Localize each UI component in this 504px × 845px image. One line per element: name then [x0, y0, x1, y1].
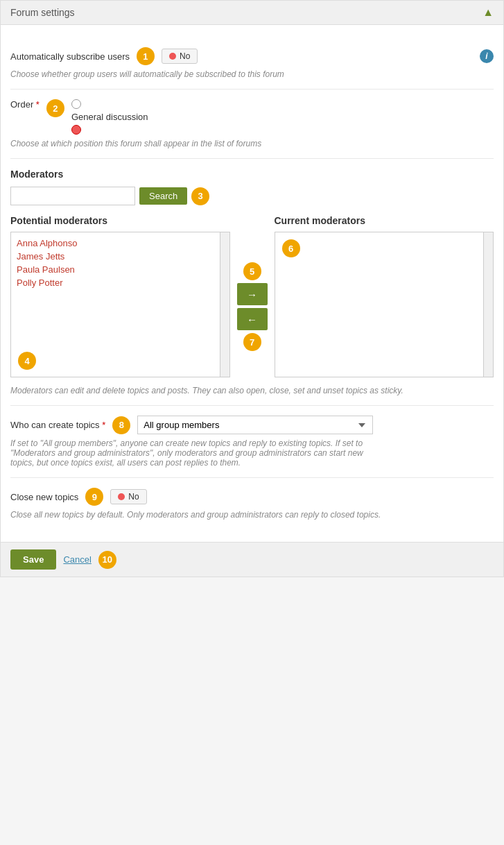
- who-create-help1: If set to "All group members", anyone ca…: [10, 438, 494, 468]
- close-topics-row: Close new topics 9 No Close all new topi…: [10, 478, 494, 529]
- who-create-required: *: [102, 420, 105, 430]
- auto-subscribe-label: Automatically subscribe users: [10, 51, 130, 62]
- collapse-icon[interactable]: ▲: [483, 6, 494, 19]
- step-badge-7: 7: [243, 333, 261, 351]
- auto-subscribe-field: Automatically subscribe users 1 No i: [10, 47, 494, 65]
- order-field: Order * 2 General discussion: [10, 99, 494, 135]
- current-moderators-panel: Current moderators 6: [275, 215, 494, 377]
- section-title: Forum settings: [10, 7, 75, 18]
- potential-scrollbar[interactable]: [220, 232, 229, 377]
- section-header: Forum settings ▲: [1, 1, 503, 25]
- list-item[interactable]: Polly Potter: [14, 276, 227, 289]
- moderators-grid: Potential moderators Anna AlphonsoJames …: [10, 215, 494, 377]
- current-list: [275, 232, 494, 371]
- potential-title: Potential moderators: [10, 215, 230, 226]
- auto-subscribe-toggle[interactable]: No: [162, 49, 198, 64]
- who-create-select[interactable]: All group membersModerators and group ad…: [137, 416, 373, 434]
- moderators-row: Moderators Search 3 Potential moderators: [10, 159, 494, 406]
- info-icon[interactable]: i: [480, 49, 494, 63]
- close-topics-field: Close new topics 9 No: [10, 488, 494, 506]
- step-badge-10: 10: [98, 551, 116, 569]
- moderator-search-row: Search 3: [10, 187, 494, 205]
- order-radio-1[interactable]: [71, 99, 81, 109]
- list-item[interactable]: Paula Paulsen: [14, 263, 227, 276]
- who-create-label: Who can create topics *: [10, 420, 105, 430]
- auto-subscribe-row: Automatically subscribe users 1 No i Cho…: [10, 37, 494, 89]
- remove-moderator-button[interactable]: ←: [237, 308, 268, 330]
- order-options: General discussion: [71, 99, 148, 135]
- search-button[interactable]: Search: [139, 187, 187, 205]
- step-badge-9: 9: [85, 488, 103, 506]
- step-badge-1: 1: [137, 47, 155, 65]
- current-title: Current moderators: [275, 215, 494, 226]
- arrow-column: 5 → ← 7: [230, 215, 275, 377]
- order-general-label: General discussion: [71, 112, 148, 122]
- forum-settings-page: Forum settings ▲ Automatically subscribe…: [0, 0, 504, 577]
- save-button[interactable]: Save: [10, 549, 56, 570]
- footer-bar: Save Cancel 10: [1, 542, 503, 577]
- step-badge-3: 3: [191, 187, 209, 205]
- close-topics-toggle[interactable]: No: [110, 489, 146, 504]
- potential-moderators-panel: Potential moderators Anna AlphonsoJames …: [10, 215, 230, 377]
- auto-subscribe-value: No: [180, 51, 190, 61]
- order-help: Choose at which position this forum shal…: [10, 139, 494, 148]
- order-option-1: [71, 99, 148, 109]
- order-option-2: [71, 125, 148, 135]
- order-option-general: General discussion: [71, 112, 148, 122]
- cancel-button[interactable]: Cancel: [63, 554, 91, 565]
- list-item[interactable]: James Jetts: [14, 250, 227, 263]
- step-badge-6: 6: [282, 239, 300, 257]
- order-label: Order *: [10, 99, 40, 110]
- list-item[interactable]: Anna Alphonso: [14, 237, 227, 250]
- step-badge-8: 8: [112, 416, 130, 434]
- step-badge-5: 5: [243, 262, 261, 280]
- who-create-row: Who can create topics * 8 All group memb…: [10, 406, 494, 478]
- current-scrollbar[interactable]: [483, 232, 493, 377]
- order-radio-2[interactable]: [71, 125, 81, 135]
- close-topics-value: No: [128, 492, 139, 502]
- moderators-info-text: Moderators can edit and delete topics an…: [10, 386, 494, 395]
- search-input[interactable]: [10, 187, 135, 205]
- auto-subscribe-help: Choose whether group users will automati…: [10, 69, 494, 79]
- toggle-dot-red: [169, 53, 176, 60]
- step-badge-4: 4: [18, 352, 36, 370]
- moderators-title: Moderators: [10, 169, 494, 180]
- close-toggle-dot: [118, 493, 125, 500]
- order-row: Order * 2 General discussion Choose at: [10, 89, 494, 159]
- potential-list-wrapper: Anna AlphonsoJames JettsPaula PaulsenPol…: [10, 232, 230, 377]
- form-body: Automatically subscribe users 1 No i Cho…: [1, 25, 503, 542]
- current-list-wrapper: 6: [275, 232, 494, 377]
- close-topics-label: Close new topics: [10, 492, 78, 502]
- who-create-field: Who can create topics * 8 All group memb…: [10, 416, 494, 434]
- step-badge-2: 2: [46, 99, 64, 117]
- add-moderator-button[interactable]: →: [237, 283, 268, 305]
- close-topics-help: Close all new topics by default. Only mo…: [10, 510, 494, 520]
- order-required: *: [36, 99, 40, 110]
- potential-list: Anna AlphonsoJames JettsPaula PaulsenPol…: [11, 232, 229, 371]
